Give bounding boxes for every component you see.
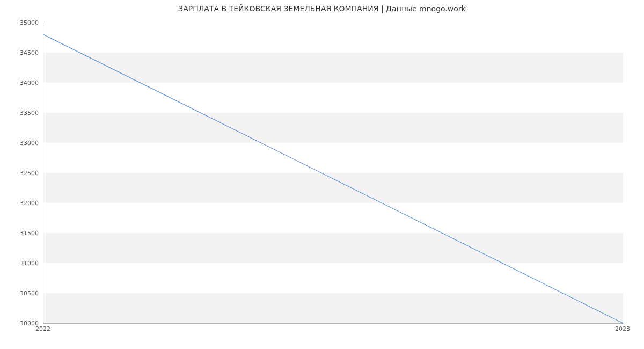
x-tick-label: 2023 xyxy=(615,325,630,332)
plot-area xyxy=(43,23,623,324)
y-tick-label: 33000 xyxy=(6,140,39,147)
y-tick-label: 31000 xyxy=(6,260,39,267)
y-tick-label: 34500 xyxy=(6,49,39,56)
y-tick-label: 30000 xyxy=(6,320,39,327)
y-tick-label: 30500 xyxy=(6,290,39,297)
salary-chart: ЗАРПЛАТА В ТЕЙКОВСКАЯ ЗЕМЕЛЬНАЯ КОМПАНИЯ… xyxy=(0,0,644,349)
y-tick-label: 31500 xyxy=(6,230,39,237)
y-tick-label: 33500 xyxy=(6,110,39,117)
y-tick-label: 32500 xyxy=(6,170,39,177)
y-tick-label: 32000 xyxy=(6,200,39,207)
y-tick-label: 34000 xyxy=(6,79,39,86)
series-line xyxy=(43,23,623,323)
x-tick-label: 2022 xyxy=(35,325,50,332)
chart-title: ЗАРПЛАТА В ТЕЙКОВСКАЯ ЗЕМЕЛЬНАЯ КОМПАНИЯ… xyxy=(0,4,644,13)
y-tick-label: 35000 xyxy=(6,19,39,26)
